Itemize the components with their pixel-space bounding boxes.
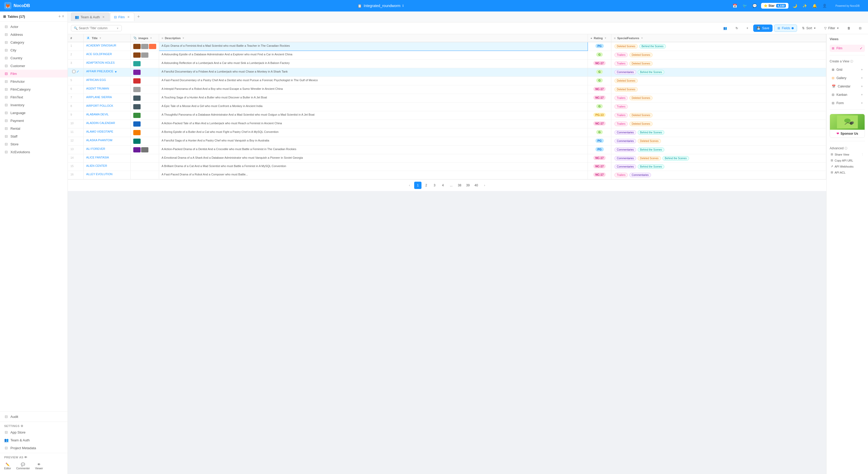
col-header-specialfeatures[interactable]: ≡ SpecialFeatures ▼ (611, 34, 826, 42)
page-btn-4[interactable]: 4 (439, 182, 446, 189)
sidebar-item-inventory[interactable]: ⊟ Inventory (0, 101, 67, 109)
page-btn-3[interactable]: 3 (431, 182, 438, 189)
sidebar-item-audit[interactable]: ⊟ Audit (0, 413, 67, 420)
filter-button[interactable]: ▽ Filter ▼ (821, 25, 842, 32)
prev-page-btn[interactable]: ‹ (406, 182, 413, 189)
title-cell[interactable]: ACE GOLDFINGER ⤢ (84, 51, 130, 60)
add-record-btn[interactable]: + (743, 25, 752, 32)
github-star-button[interactable]: ⭐ Star 4,330 (761, 3, 788, 9)
title-value[interactable]: ALABAMA DEVIL (86, 113, 109, 116)
title-cell[interactable]: AIRPLANE SIERRA ⤢ (84, 94, 130, 102)
collapse-sidebar-icon[interactable]: ∧ (62, 14, 64, 19)
sidebar-item-city[interactable]: ⊟ City (0, 46, 67, 54)
sidebar-item-teamauth[interactable]: 👥 Team & Auth (0, 436, 67, 444)
save-button[interactable]: 💾 Save (753, 25, 773, 32)
title-value[interactable]: ALAMO VIDEOTAPE (86, 130, 114, 133)
page-btn-1[interactable]: 1 (414, 182, 422, 189)
sidebar-item-actor[interactable]: ⊟ Actor (0, 23, 67, 31)
title-value[interactable]: ACE GOLDFINGER (86, 53, 112, 56)
title-value[interactable]: AFFAIR PREJUDICE (86, 70, 114, 73)
layout-btn[interactable]: ⊟ (856, 25, 865, 32)
page-btn-40[interactable]: 40 (473, 182, 480, 189)
next-page-btn[interactable]: › (481, 182, 488, 189)
sidebar-item-filmactor[interactable]: ⊟ FilmActor (0, 78, 67, 85)
page-btn-38[interactable]: 38 (456, 182, 463, 189)
col-header-desc[interactable]: ≡ Description ▼ (159, 34, 588, 42)
title-cell[interactable]: ADAPTATION HOLES ⤢ (84, 60, 130, 68)
title-value[interactable]: ALADDIN CALENDAR (86, 121, 115, 124)
title-value[interactable]: ALASKA PHANTOM (86, 139, 113, 142)
sidebar-item-language[interactable]: ⊟ Language (0, 109, 67, 117)
calendar-icon-btn[interactable]: 📅 (731, 2, 739, 9)
tab-team-auth[interactable]: 👥 Team & Auth ✕ (71, 12, 110, 21)
title-cell[interactable]: ALADDIN CALENDAR ⤢ (84, 120, 130, 128)
title-value[interactable]: ADAPTATION HOLES (86, 61, 115, 64)
title-cell[interactable]: AGENT TRUMAN ⤢ (84, 85, 130, 94)
title-value[interactable]: AIRPORT POLLOCK (86, 104, 114, 107)
sidebar-item-projectmeta[interactable]: ⊟ Project Metadata (0, 444, 67, 452)
add-table-icon[interactable]: + (58, 14, 61, 19)
users-btn[interactable]: 👥 (720, 25, 731, 32)
title-value[interactable]: AIRPLANE SIERRA (86, 95, 112, 99)
sort-button[interactable]: ⇅ Sort ▼ (799, 25, 819, 32)
search-input[interactable] (79, 26, 115, 30)
api-acl-btn[interactable]: ⊟ API ACL (830, 169, 865, 175)
discord-icon-btn[interactable]: 💬 (751, 2, 758, 9)
row-checkbox[interactable] (72, 70, 75, 73)
title-value[interactable]: ALI FOREVER (86, 147, 105, 150)
title-cell[interactable]: ALI FOREVER ⤢ (84, 146, 130, 154)
create-grid-view[interactable]: ⊞ Grid + (830, 66, 865, 73)
preview-commenter[interactable]: 💬 Commenter (15, 461, 31, 471)
col-title-dropdown[interactable]: ▼ (99, 37, 101, 39)
sidebar-item-staff[interactable]: ⊟ Staff (0, 132, 67, 140)
title-cell[interactable]: ALIEN CENTER ⤢ (84, 162, 130, 171)
title-cell[interactable]: ALICE FANTASIA ⤢ (84, 154, 130, 162)
title-cell[interactable]: ALLEY EVOLUTION ⤢ (84, 171, 130, 179)
title-cell[interactable]: AFFAIR PREJUDICE ▼ ⤢ (84, 68, 130, 77)
search-dropdown-icon[interactable]: ▼ (116, 27, 119, 30)
fields-button[interactable]: ⊞ Fields (774, 25, 797, 32)
sponsor-button[interactable]: ❤ Sponsor Us (830, 130, 865, 138)
sidebar-item-store[interactable]: ⊟ Store (0, 140, 67, 148)
tab-film[interactable]: ⊟ Film ✕ (110, 12, 134, 21)
title-value[interactable]: ALIEN CENTER (86, 164, 107, 167)
api-webhooks-btn[interactable]: ↗ API Webhooks (830, 164, 865, 169)
create-form-view[interactable]: ⊟ Form + (830, 100, 865, 106)
create-kanban-view[interactable]: ⊟ Kanban + (830, 92, 865, 98)
title-cell[interactable]: AIRPORT POLLOCK ⤢ (84, 102, 130, 111)
title-value[interactable]: AGENT TRUMAN (86, 87, 109, 90)
bell-icon-btn[interactable]: 🔔 (811, 2, 818, 9)
add-tab-button[interactable]: + (135, 13, 142, 21)
title-value[interactable]: ACADEMY DINOSAUR (86, 44, 116, 47)
page-btn-39[interactable]: 39 (464, 182, 471, 189)
magic-icon-btn[interactable]: ✨ (801, 2, 808, 9)
col-rating-dropdown[interactable]: ▼ (604, 37, 607, 39)
view-item-film[interactable]: ⊞ Film ✓ (830, 45, 865, 52)
sidebar-item-xcevolutions[interactable]: ⊟ XcEvolutions (0, 148, 67, 156)
col-images-dropdown[interactable]: ▼ (150, 37, 152, 39)
preview-viewer[interactable]: 👁 Viewer (34, 461, 44, 471)
expand-icon[interactable]: ⤢ (76, 70, 79, 73)
col-desc-dropdown[interactable]: ▼ (182, 37, 184, 39)
sidebar-item-filmcategory[interactable]: ⊟ FilmCategory (0, 85, 67, 93)
title-cell[interactable]: ACADEMY DINOSAUR ⤢ (84, 42, 130, 51)
col-header-rating[interactable]: ● Rating ▼ (588, 34, 611, 42)
col-header-images[interactable]: 📎 images ▼ (130, 34, 159, 42)
col-header-title[interactable]: A Title ▼ (84, 34, 130, 42)
title-cell[interactable]: ALASKA PHANTOM ⤢ (84, 137, 130, 146)
delete-btn[interactable]: 🗑 (844, 25, 854, 32)
col-sf-dropdown[interactable]: ▼ (641, 37, 643, 39)
title-value[interactable]: AFRICAN EGG (86, 78, 106, 82)
close-tab-team-auth[interactable]: ✕ (101, 15, 105, 19)
sidebar-item-category[interactable]: ⊟ Category (0, 38, 67, 46)
close-tab-film[interactable]: ✕ (126, 15, 130, 19)
title-value[interactable]: ALICE FANTASIA (86, 156, 109, 159)
page-btn-2[interactable]: 2 (423, 182, 430, 189)
refresh-btn[interactable]: ↻ (732, 25, 742, 32)
title-cell[interactable]: ALAMO VIDEOTAPE ⤢ (84, 128, 130, 137)
create-gallery-view[interactable]: ⊟ Gallery + (830, 75, 865, 81)
create-calendar-view[interactable]: 📅 Calendar + (830, 83, 865, 90)
sidebar-item-film[interactable]: ⊟ Film (0, 70, 67, 78)
title-cell[interactable]: ALABAMA DEVIL ⤢ (84, 111, 130, 120)
sidebar-item-filmtext[interactable]: ⊟ FilmText (0, 93, 67, 101)
